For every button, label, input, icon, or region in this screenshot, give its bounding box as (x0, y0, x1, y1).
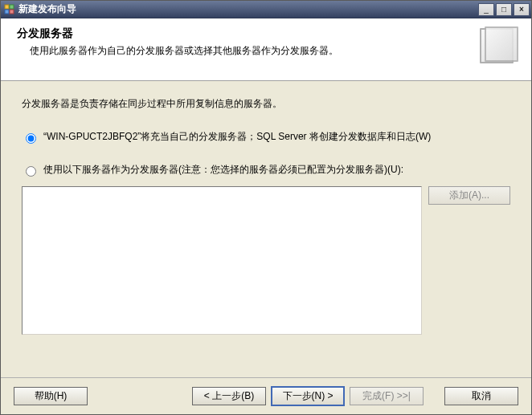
header-subtitle: 使用此服务器作为自己的分发服务器或选择其他服务器作为分发服务器。 (30, 44, 338, 58)
option-self-label: “WIN-GPUCT2JBFQ2”将充当自己的分发服务器；SQL Server … (43, 130, 431, 144)
back-button[interactable]: < 上一步(B) (192, 387, 266, 405)
window-controls: _ □ × (478, 3, 530, 16)
cancel-button[interactable]: 取消 (444, 387, 518, 405)
description-text: 分发服务器是负责存储在同步过程中所用复制信息的服务器。 (22, 97, 510, 111)
minimize-button[interactable]: _ (478, 3, 494, 16)
radio-other[interactable] (26, 166, 36, 177)
wizard-window: 新建发布向导 _ □ × 分发服务器 使用此服务器作为自己的分发服务器或选择其他… (0, 0, 532, 415)
header-text-block: 分发服务器 使用此服务器作为自己的分发服务器或选择其他服务器作为分发服务器。 (17, 26, 338, 58)
app-icon (4, 4, 15, 15)
window-title: 新建发布向导 (18, 2, 76, 16)
side-button-column: 添加(A)... (428, 186, 510, 335)
finish-button[interactable]: 完成(F) >>| (350, 387, 424, 405)
maximize-button[interactable]: □ (496, 3, 512, 16)
add-server-button[interactable]: 添加(A)... (428, 186, 510, 205)
svg-rect-3 (10, 10, 14, 14)
title-bar: 新建发布向导 _ □ × (1, 1, 531, 18)
option-self-distributor[interactable]: “WIN-GPUCT2JBFQ2”将充当自己的分发服务器；SQL Server … (22, 130, 510, 144)
radio-self[interactable] (26, 133, 36, 144)
next-button[interactable]: 下一步(N) > (271, 386, 345, 406)
help-button[interactable]: 帮助(H) (14, 387, 88, 405)
svg-rect-2 (5, 10, 9, 14)
close-button[interactable]: × (514, 3, 530, 16)
wizard-footer: 帮助(H) < 上一步(B) 下一步(N) > 完成(F) >>| 取消 (1, 377, 531, 414)
wizard-content: 分发服务器是负责存储在同步过程中所用复制信息的服务器。 “WIN-GPUCT2J… (1, 81, 531, 377)
svg-rect-0 (5, 5, 9, 9)
server-selection-area: 添加(A)... (22, 186, 510, 335)
header-title: 分发服务器 (17, 26, 338, 41)
option-other-distributor[interactable]: 使用以下服务器作为分发服务器(注意：您选择的服务器必须已配置为分发服务器)(U)… (22, 163, 510, 177)
header-graphic-icon (480, 26, 520, 67)
option-other-label: 使用以下服务器作为分发服务器(注意：您选择的服务器必须已配置为分发服务器)(U)… (43, 163, 403, 177)
svg-rect-1 (10, 5, 14, 9)
wizard-header: 分发服务器 使用此服务器作为自己的分发服务器或选择其他服务器作为分发服务器。 (1, 18, 531, 81)
server-list[interactable] (22, 186, 422, 335)
